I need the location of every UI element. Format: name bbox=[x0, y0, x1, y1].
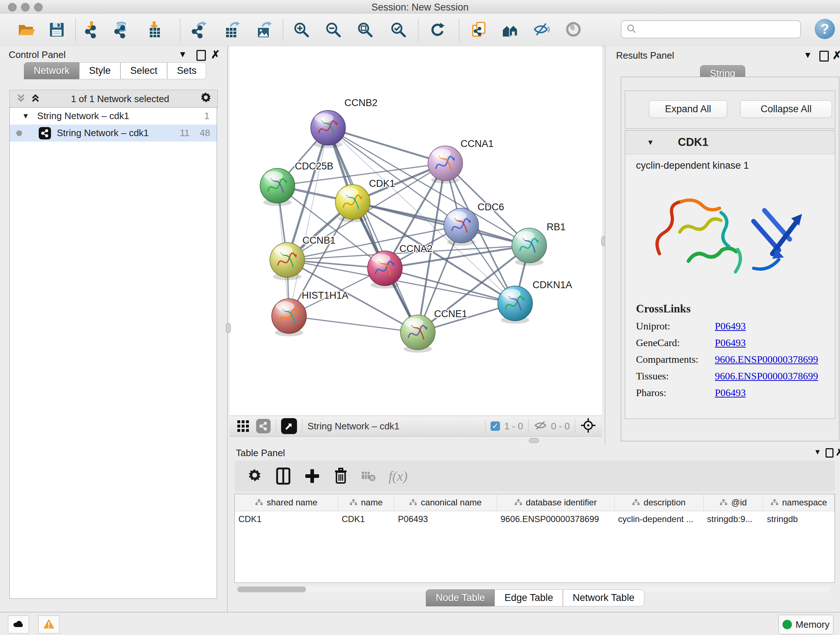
results-float-icon[interactable] bbox=[819, 51, 829, 62]
export-table-icon[interactable] bbox=[221, 19, 244, 42]
crosslink-link[interactable]: P06493 bbox=[715, 337, 746, 348]
gene-collapse-icon[interactable]: ▼ bbox=[647, 138, 654, 147]
save-session-icon[interactable] bbox=[45, 19, 68, 42]
network-node-rb1[interactable]: RB1 bbox=[512, 222, 566, 266]
add-column-icon[interactable] bbox=[304, 467, 321, 485]
network-edge[interactable] bbox=[385, 268, 515, 303]
crosslink-link[interactable]: P06493 bbox=[715, 387, 746, 399]
window-title: Session: New Session bbox=[0, 2, 840, 13]
share-view-icon[interactable] bbox=[256, 419, 271, 433]
import-network-icon[interactable] bbox=[81, 19, 104, 42]
network-edge[interactable] bbox=[328, 128, 445, 163]
copy-network-icon[interactable] bbox=[468, 19, 491, 42]
crosslink-link[interactable]: P06493 bbox=[715, 320, 746, 332]
network-edge[interactable] bbox=[289, 316, 418, 333]
tab-network[interactable]: Network bbox=[24, 62, 79, 79]
column-header-@id[interactable]: @id bbox=[704, 494, 763, 511]
network-edge[interactable] bbox=[328, 128, 418, 333]
table-close-icon[interactable]: ✗ bbox=[836, 448, 840, 457]
tab-sets[interactable]: Sets bbox=[167, 62, 206, 79]
panel-collapse-icon[interactable]: ▼ bbox=[178, 50, 187, 59]
memory-button[interactable]: Memory bbox=[778, 615, 834, 634]
node-label-hist1h1a: HIST1H1A bbox=[302, 290, 348, 301]
expand-all-button[interactable]: Expand All bbox=[649, 100, 727, 118]
network-row-selected[interactable]: String Network – cdk1 11 48 bbox=[10, 125, 217, 141]
network-node-ccna1[interactable]: CCNA1 bbox=[428, 138, 494, 184]
table-float-icon[interactable] bbox=[826, 448, 834, 458]
column-header-shared-name[interactable]: shared name bbox=[235, 494, 338, 511]
zoom-fit-icon[interactable] bbox=[354, 19, 377, 42]
table-collapse-icon[interactable]: ▼ bbox=[814, 448, 821, 455]
column-header-namespace[interactable]: namespace bbox=[763, 494, 835, 511]
import-database-icon[interactable] bbox=[111, 19, 134, 42]
spy-eye-icon[interactable] bbox=[562, 19, 586, 42]
panel-float-icon[interactable] bbox=[196, 50, 206, 61]
tab-network-table[interactable]: Network Table bbox=[563, 589, 644, 606]
gear-icon[interactable] bbox=[199, 92, 212, 106]
crosslink-row: Uniprot:P06493 bbox=[636, 320, 835, 332]
node-label-cdc6: CDC6 bbox=[477, 202, 504, 212]
network-node-cdc6[interactable]: CDC6 bbox=[444, 202, 504, 246]
collapse-all-chevrons-icon[interactable] bbox=[16, 93, 27, 105]
zoom-selected-icon[interactable] bbox=[387, 19, 410, 42]
table-gear-icon[interactable] bbox=[247, 468, 263, 484]
fit-content-icon[interactable] bbox=[580, 417, 596, 435]
refresh-icon[interactable] bbox=[426, 19, 449, 42]
tab-edge-table[interactable]: Edge Table bbox=[494, 589, 563, 606]
control-panel-tabs: NetworkStyleSelectSets bbox=[24, 62, 206, 79]
export-network-icon[interactable] bbox=[188, 19, 211, 42]
string-home-icon[interactable] bbox=[499, 19, 523, 42]
tab-node-table[interactable]: Node Table bbox=[426, 589, 494, 606]
toolbar-separator bbox=[75, 19, 76, 41]
cloud-status-button[interactable] bbox=[8, 616, 29, 633]
network-canvas[interactable]: CCNB2CCNA1CDC25BCDK1CDC6RB1CCNB1CCNA2CDK… bbox=[229, 46, 602, 416]
network-node-cdkn1a[interactable]: CDKN1A bbox=[498, 279, 572, 324]
grid-view-icon[interactable] bbox=[237, 419, 249, 433]
collection-count: 1 bbox=[204, 111, 210, 122]
column-header-name[interactable]: name bbox=[338, 494, 395, 511]
cloud-icon bbox=[12, 619, 25, 630]
node-table[interactable]: shared namenamecanonical namedatabase id… bbox=[234, 494, 835, 583]
search-box[interactable] bbox=[621, 20, 801, 38]
collapse-all-button[interactable]: Collapse All bbox=[740, 100, 832, 118]
column-header-description[interactable]: description bbox=[615, 494, 704, 511]
gene-section-header[interactable]: ▼ CDK1 bbox=[625, 131, 835, 154]
zoom-out-icon[interactable] bbox=[322, 19, 345, 42]
results-collapse-icon[interactable]: ▼ bbox=[804, 51, 812, 59]
export-image-icon[interactable] bbox=[253, 19, 276, 42]
node-label-cdc25b: CDC25B bbox=[295, 161, 333, 172]
network-node-cdk1[interactable]: CDK1 bbox=[335, 178, 395, 222]
warning-status-button[interactable] bbox=[38, 616, 59, 633]
open-session-icon[interactable] bbox=[15, 19, 38, 42]
crosslink-label: Pharos: bbox=[636, 387, 715, 399]
search-input[interactable] bbox=[637, 24, 790, 35]
column-header-canonical-name[interactable]: canonical name bbox=[394, 494, 497, 511]
control-panel: Control Panel ▼ ✗ NetworkStyleSelectSets… bbox=[0, 46, 227, 612]
crosslink-link[interactable]: 9606.ENSP00000378699 bbox=[715, 354, 818, 365]
network-collection-row[interactable]: ▼ String Network – cdk1 1 bbox=[10, 108, 217, 125]
table-row[interactable]: CDK1CDK1P064939606.ENSP00000378699cyclin… bbox=[235, 511, 835, 527]
tree-expand-icon[interactable]: ▼ bbox=[22, 112, 29, 120]
show-columns-icon[interactable] bbox=[275, 467, 292, 485]
tab-select[interactable]: Select bbox=[120, 62, 167, 79]
hide-eye-icon[interactable] bbox=[530, 19, 553, 42]
delete-column-icon[interactable] bbox=[333, 467, 349, 485]
network-edge[interactable] bbox=[289, 128, 328, 316]
bottom-splitter-handle[interactable] bbox=[529, 438, 539, 443]
import-table-icon[interactable] bbox=[145, 19, 168, 42]
selected-count: 1 - 0 bbox=[504, 421, 523, 432]
gene-description: cyclin-dependent kinase 1 bbox=[636, 160, 835, 171]
node-label-rb1: RB1 bbox=[546, 222, 566, 233]
network-node-hist1h1a[interactable]: HIST1H1A bbox=[272, 290, 348, 336]
crosslink-link[interactable]: 9606.ENSP00000378699 bbox=[715, 371, 818, 382]
tab-style[interactable]: Style bbox=[79, 62, 120, 79]
birdseye-view-icon[interactable] bbox=[281, 418, 297, 434]
selected-checkbox-icon[interactable]: ✓ bbox=[491, 421, 500, 431]
expand-all-chevrons-icon[interactable] bbox=[30, 93, 41, 105]
help-icon[interactable]: ? bbox=[815, 19, 835, 39]
results-close-icon[interactable]: ✗ bbox=[832, 50, 840, 61]
zoom-in-icon[interactable] bbox=[290, 19, 313, 42]
left-splitter-handle[interactable] bbox=[226, 323, 231, 333]
panel-close-icon[interactable]: ✗ bbox=[211, 49, 220, 60]
column-header-database-identifier[interactable]: database identifier bbox=[497, 494, 615, 511]
